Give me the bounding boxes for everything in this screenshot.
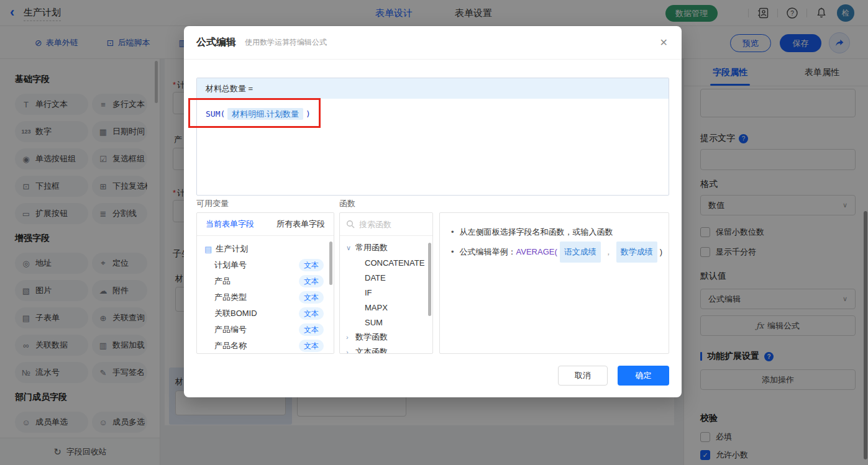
app-window: *计 产 *计 子生 材 材 ‹ 生产计划 表单设计 表单设置 数据管理 (0, 0, 868, 465)
field-type-badge: 文本 (299, 275, 324, 287)
functions-label: 函数 (339, 198, 355, 209)
function-row[interactable]: CONCATENATE (346, 255, 432, 270)
variable-field-row[interactable]: 产品 文本 (204, 273, 334, 289)
formula-editor-modal: 公式编辑 使用数学运算符编辑公式 ✕ 材料总数量 = SUM(材料明细.计划数量… (184, 26, 682, 397)
field-type-badge: 文本 (299, 323, 324, 336)
variable-field-row[interactable]: 产品类型 文本 (204, 289, 334, 305)
variable-tree-root[interactable]: ▤ 生产计划 (204, 241, 334, 257)
form-doc-icon: ▤ (204, 245, 212, 254)
function-row[interactable]: › 文本函数 (346, 345, 432, 354)
field-type-badge: 文本 (299, 291, 324, 304)
variable-field-row[interactable]: 计划单号 文本 (204, 257, 334, 273)
confirm-button[interactable]: 确定 (618, 366, 669, 386)
variable-field-row[interactable]: 产品名称 文本 (204, 338, 334, 354)
tree-arrow-icon: ∨ (346, 244, 352, 252)
search-icon (346, 220, 355, 228)
function-row[interactable]: SUM (346, 315, 432, 330)
tree-arrow-icon: › (346, 333, 352, 341)
tab-current-form-fields[interactable]: 当前表单字段 (206, 219, 254, 230)
tip-line-2: • 公式编辑举例： AVERAGE( 语文成绩 ， 数学成绩 ) (451, 242, 657, 263)
formula-target: 材料总数量 = (197, 78, 669, 99)
example-function: AVERAGE( (516, 243, 557, 261)
tree-arrow-icon: › (346, 348, 352, 354)
variables-scrollbar[interactable] (329, 242, 332, 285)
variables-panel: 当前表单字段 所有表单字段 ▤ 生产计划 计划单号 文本 (196, 212, 334, 354)
variables-label: 可用变量 (196, 198, 229, 209)
modal-title: 公式编辑 (196, 36, 236, 49)
example-token: 数学成绩 (616, 242, 657, 263)
functions-panel: ∨ 常用函数 CONCATENATE DATE (339, 212, 433, 354)
field-type-badge: 文本 (299, 259, 324, 271)
variable-field-row[interactable]: 关联BOMID 文本 (204, 305, 334, 322)
tip-line-1: • 从左侧面板选择字段名和函数，或输入函数 (451, 223, 657, 242)
function-row[interactable]: › 数学函数 (346, 330, 432, 345)
function-row[interactable]: DATE (346, 270, 432, 285)
function-row[interactable]: ∨ 常用函数 (346, 240, 432, 255)
modal-subtitle: 使用数学运算符编辑公式 (245, 37, 327, 48)
function-row[interactable]: IF (346, 285, 432, 300)
highlight-annotation (188, 98, 321, 128)
field-type-badge: 文本 (299, 340, 324, 352)
close-icon[interactable]: ✕ (660, 37, 668, 48)
tips-panel: • 从左侧面板选择字段名和函数，或输入函数 • 公式编辑举例： AVERAGE(… (439, 212, 669, 354)
variable-field-row[interactable]: 产品编号 文本 (204, 322, 334, 338)
tab-all-form-fields[interactable]: 所有表单字段 (276, 219, 325, 230)
cancel-button[interactable]: 取消 (558, 366, 608, 386)
modal-header: 公式编辑 使用数学运算符编辑公式 (184, 26, 682, 60)
functions-scrollbar[interactable] (428, 243, 431, 316)
function-row[interactable]: MAPX (346, 300, 432, 315)
field-type-badge: 文本 (299, 307, 324, 320)
example-token: 语文成绩 (560, 242, 601, 263)
function-search-input[interactable] (359, 220, 421, 229)
formula-editor[interactable]: 材料总数量 = SUM(材料明细.计划数量) (196, 78, 669, 196)
